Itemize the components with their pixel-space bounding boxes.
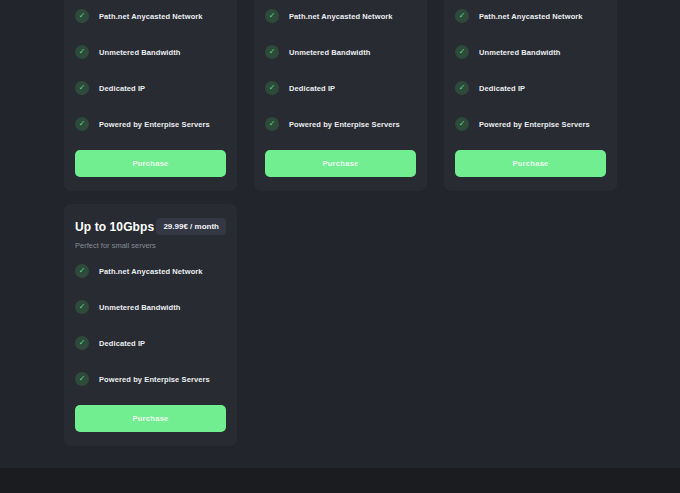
pricing-page: ✓ Path.net Anycasted Network ✓ Unmetered… bbox=[0, 0, 680, 493]
check-icon: ✓ bbox=[265, 81, 279, 95]
check-icon: ✓ bbox=[455, 117, 469, 131]
feature-label: Powered by Enterpise Servers bbox=[99, 120, 210, 129]
check-icon: ✓ bbox=[75, 264, 89, 278]
pricing-card-10gbps: Up to 10Gbps 29.99€ / month Perfect for … bbox=[64, 204, 237, 446]
check-icon: ✓ bbox=[75, 117, 89, 131]
feature-item: ✓ Dedicated IP bbox=[75, 336, 226, 350]
feature-item: ✓ Path.net Anycasted Network bbox=[265, 9, 416, 23]
pricing-card: ✓ Path.net Anycasted Network ✓ Unmetered… bbox=[444, 0, 617, 191]
check-icon: ✓ bbox=[75, 300, 89, 314]
feature-item: ✓ Powered by Enterpise Servers bbox=[265, 117, 416, 131]
feature-list: ✓ Path.net Anycasted Network ✓ Unmetered… bbox=[265, 9, 416, 153]
feature-item: ✓ Path.net Anycasted Network bbox=[75, 264, 226, 278]
feature-label: Unmetered Bandwidth bbox=[99, 48, 181, 57]
feature-item: ✓ Path.net Anycasted Network bbox=[75, 9, 226, 23]
check-icon: ✓ bbox=[265, 45, 279, 59]
feature-item: ✓ Unmetered Bandwidth bbox=[265, 45, 416, 59]
feature-label: Dedicated IP bbox=[99, 339, 145, 348]
feature-label: Path.net Anycasted Network bbox=[99, 267, 203, 276]
feature-label: Powered by Enterpise Servers bbox=[479, 120, 590, 129]
footer bbox=[0, 468, 680, 493]
feature-item: ✓ Dedicated IP bbox=[75, 81, 226, 95]
feature-item: ✓ Dedicated IP bbox=[265, 81, 416, 95]
card-header: Up to 10Gbps 29.99€ / month bbox=[75, 218, 226, 235]
feature-label: Powered by Enterpise Servers bbox=[99, 375, 210, 384]
purchase-button[interactable]: Purchase bbox=[75, 150, 226, 177]
feature-item: ✓ Dedicated IP bbox=[455, 81, 606, 95]
feature-label: Path.net Anycasted Network bbox=[99, 12, 203, 21]
pricing-card: ✓ Path.net Anycasted Network ✓ Unmetered… bbox=[64, 0, 237, 191]
check-icon: ✓ bbox=[75, 81, 89, 95]
feature-label: Unmetered Bandwidth bbox=[289, 48, 371, 57]
feature-label: Dedicated IP bbox=[479, 84, 525, 93]
feature-label: Unmetered Bandwidth bbox=[99, 303, 181, 312]
feature-list: ✓ Path.net Anycasted Network ✓ Unmetered… bbox=[75, 9, 226, 153]
plan-title: Up to 10Gbps bbox=[75, 220, 154, 234]
feature-item: ✓ Unmetered Bandwidth bbox=[455, 45, 606, 59]
check-icon: ✓ bbox=[455, 45, 469, 59]
feature-item: ✓ Powered by Enterpise Servers bbox=[75, 117, 226, 131]
check-icon: ✓ bbox=[75, 372, 89, 386]
feature-label: Dedicated IP bbox=[99, 84, 145, 93]
check-icon: ✓ bbox=[75, 45, 89, 59]
check-icon: ✓ bbox=[75, 336, 89, 350]
purchase-button[interactable]: Purchase bbox=[265, 150, 416, 177]
feature-label: Path.net Anycasted Network bbox=[289, 12, 393, 21]
purchase-button[interactable]: Purchase bbox=[455, 150, 606, 177]
feature-list: ✓ Path.net Anycasted Network ✓ Unmetered… bbox=[75, 264, 226, 408]
feature-item: ✓ Powered by Enterpise Servers bbox=[455, 117, 606, 131]
feature-item: ✓ Path.net Anycasted Network bbox=[455, 9, 606, 23]
check-icon: ✓ bbox=[455, 81, 469, 95]
check-icon: ✓ bbox=[265, 117, 279, 131]
feature-label: Powered by Enterpise Servers bbox=[289, 120, 400, 129]
purchase-button[interactable]: Purchase bbox=[75, 405, 226, 432]
check-icon: ✓ bbox=[265, 9, 279, 23]
plan-subtitle: Perfect for small servers bbox=[75, 241, 226, 250]
feature-item: ✓ Powered by Enterpise Servers bbox=[75, 372, 226, 386]
feature-item: ✓ Unmetered Bandwidth bbox=[75, 45, 226, 59]
feature-list: ✓ Path.net Anycasted Network ✓ Unmetered… bbox=[455, 9, 606, 153]
feature-label: Dedicated IP bbox=[289, 84, 335, 93]
feature-label: Path.net Anycasted Network bbox=[479, 12, 583, 21]
check-icon: ✓ bbox=[75, 9, 89, 23]
check-icon: ✓ bbox=[455, 9, 469, 23]
feature-label: Unmetered Bandwidth bbox=[479, 48, 561, 57]
price-badge: 29.99€ / month bbox=[156, 218, 226, 235]
pricing-card: ✓ Path.net Anycasted Network ✓ Unmetered… bbox=[254, 0, 427, 191]
feature-item: ✓ Unmetered Bandwidth bbox=[75, 300, 226, 314]
